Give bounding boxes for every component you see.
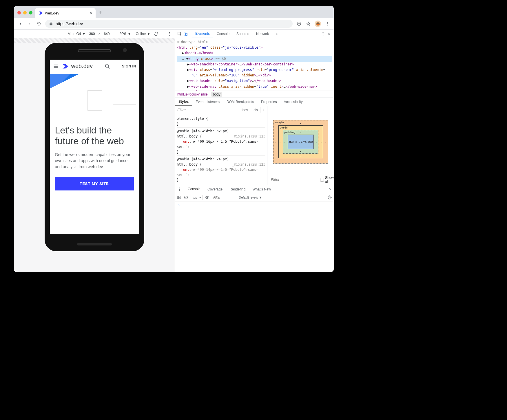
styles-tab-styles[interactable]: Styles	[175, 98, 192, 106]
lock-icon	[49, 21, 53, 26]
hov-toggle[interactable]: :hov	[239, 108, 250, 112]
devtools-drawer: Console Coverage Rendering What's New × …	[175, 185, 334, 272]
svg-point-1	[327, 22, 328, 23]
chrome-menu-icon[interactable]	[324, 21, 330, 27]
svg-rect-4	[154, 32, 158, 36]
console-context-select[interactable]: top▾	[191, 195, 203, 200]
device-select[interactable]: Moto G4 ▼	[67, 31, 87, 36]
console-clear-icon[interactable]	[184, 195, 188, 200]
throttle-select[interactable]: Online ▼	[134, 31, 152, 36]
styles-tab-eventlisteners[interactable]: Event Listeners	[192, 98, 223, 106]
svg-point-21	[329, 197, 330, 198]
svg-point-16	[179, 189, 180, 190]
search-icon[interactable]	[104, 63, 111, 69]
zoom-window-icon[interactable]	[29, 11, 32, 14]
cls-toggle[interactable]: .cls	[250, 108, 260, 112]
site-header: web.dev SIGN IN	[50, 60, 139, 73]
console-prompt: ›	[178, 203, 180, 207]
bookmark-icon[interactable]	[305, 21, 311, 27]
console-body[interactable]: ›	[175, 201, 334, 272]
breadcrumb-item[interactable]: html.js-focus-visible	[177, 92, 208, 96]
svg-point-20	[207, 197, 208, 198]
device-height[interactable]: 640	[104, 32, 110, 36]
zoom-select[interactable]: 80% ▼	[118, 31, 132, 36]
dom-selected-node[interactable]: … ▼<body class> == $0	[177, 56, 332, 62]
hero-headline: Let's build the future of the web	[55, 125, 134, 146]
toolbar: https://web.dev 🐵	[14, 18, 334, 30]
panel-tab-console[interactable]: Console	[214, 30, 232, 38]
drawer-tab-rendering[interactable]: Rendering	[226, 185, 249, 193]
install-app-icon[interactable]	[296, 21, 302, 27]
dimension-x: ×	[97, 32, 101, 36]
live-expression-icon[interactable]	[205, 195, 209, 200]
profile-avatar[interactable]: 🐵	[315, 21, 321, 27]
phone-screen: web.dev SIGN IN Let's build the future o…	[50, 60, 139, 234]
minimize-window-icon[interactable]	[23, 11, 27, 14]
close-window-icon[interactable]	[17, 11, 21, 14]
drawer-tab-console[interactable]: Console	[184, 185, 204, 193]
hero-illustration	[50, 73, 139, 119]
panel-tab-sources[interactable]: Sources	[234, 30, 252, 38]
device-width[interactable]: 360	[89, 32, 95, 36]
svg-point-13	[322, 33, 323, 34]
devtools-panel: Elements Console Sources Network » × <!d…	[175, 30, 334, 272]
device-mode-icon[interactable]	[183, 32, 188, 36]
traffic-lights	[16, 11, 35, 18]
inspect-icon[interactable]	[177, 32, 182, 36]
console-toolbar: top▾ Default levels ▼	[175, 193, 334, 201]
titlebar: web.dev × +	[14, 6, 334, 18]
phone-frame: web.dev SIGN IN Let's build the future o…	[45, 43, 144, 251]
forward-button[interactable]	[27, 21, 32, 27]
panel-tab-more[interactable]: »	[273, 30, 281, 38]
dom-tree[interactable]: <!doctype html> <html lang="en" class="j…	[175, 38, 334, 91]
device-preview-pane: Moto G4 ▼ 360 × 640 80% ▼ Online ▼	[14, 30, 175, 272]
devtools-menu-icon[interactable]	[321, 32, 325, 36]
show-all-toggle[interactable]: Show all	[320, 176, 334, 184]
svg-point-8	[105, 64, 108, 67]
svg-point-2	[327, 23, 328, 24]
console-settings-icon[interactable]	[327, 195, 332, 200]
device-viewport: web.dev SIGN IN Let's build the future o…	[14, 38, 175, 272]
drawer-close-icon[interactable]: ×	[327, 187, 334, 192]
hero-section: Let's build the future of the web Get th…	[50, 119, 139, 196]
panel-tab-network[interactable]: Network	[253, 30, 272, 38]
breadcrumb-item[interactable]: body	[211, 92, 222, 97]
console-filter-input[interactable]	[212, 195, 235, 200]
devtools-close-icon[interactable]: ×	[327, 31, 331, 36]
devtools-tabstrip: Elements Console Sources Network » ×	[175, 30, 334, 38]
panel-tab-elements[interactable]: Elements	[192, 30, 213, 38]
styles-tab-properties[interactable]: Properties	[258, 98, 280, 106]
url-text: https://web.dev	[56, 21, 83, 26]
svg-point-5	[169, 32, 170, 33]
styles-tab-accessibility[interactable]: Accessibility	[280, 98, 306, 106]
reload-button[interactable]	[36, 21, 42, 27]
back-button[interactable]	[17, 21, 23, 27]
site-brand[interactable]: web.dev	[62, 63, 93, 70]
device-toolbar: Moto G4 ▼ 360 × 640 80% ▼ Online ▼	[14, 30, 175, 38]
box-model-diagram[interactable]: margin - - - - border - - - - padding	[273, 120, 328, 164]
console-sidebar-icon[interactable]	[177, 195, 181, 200]
styles-filter-input[interactable]	[175, 106, 239, 114]
log-levels-select[interactable]: Default levels ▼	[237, 195, 263, 200]
device-menu-icon[interactable]	[167, 32, 172, 36]
drawer-tab-coverage[interactable]: Coverage	[204, 185, 226, 193]
address-bar[interactable]: https://web.dev	[45, 20, 293, 28]
rotate-icon[interactable]	[154, 32, 158, 36]
new-style-rule-icon[interactable]: +	[260, 107, 267, 113]
svg-point-7	[169, 35, 170, 36]
drawer-tab-whatsnew[interactable]: What's New	[249, 185, 274, 193]
styles-tab-dombreakpoints[interactable]: DOM Breakpoints	[223, 98, 258, 106]
dom-breadcrumb[interactable]: html.js-focus-visible body	[175, 91, 334, 98]
svg-point-12	[322, 32, 323, 33]
new-tab-button[interactable]: +	[96, 9, 105, 18]
favicon-icon	[38, 11, 43, 15]
tab-close-icon[interactable]: ×	[90, 10, 92, 16]
drawer-menu-icon[interactable]	[175, 187, 184, 192]
sign-in-link[interactable]: SIGN IN	[122, 64, 136, 68]
css-rules[interactable]: element.style {} @media (min-width: 321p…	[175, 114, 267, 185]
test-site-button[interactable]: TEST MY SITE	[55, 177, 134, 190]
hero-subcopy: Get the web's modern capabilities on you…	[55, 152, 134, 170]
browser-tab[interactable]: web.dev ×	[35, 8, 96, 18]
hamburger-icon[interactable]	[53, 63, 59, 69]
computed-filter-input[interactable]	[271, 177, 320, 182]
